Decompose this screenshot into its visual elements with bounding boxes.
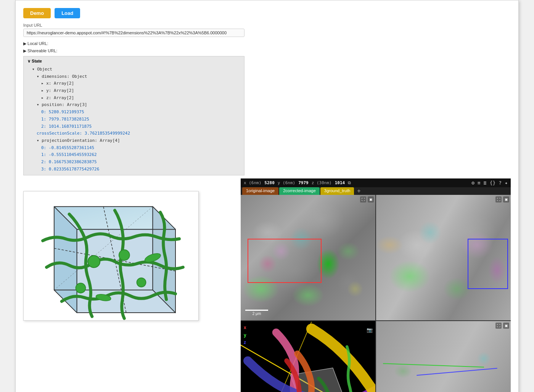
tree-y: ▸ y: Array[2]: [37, 87, 240, 95]
viewer-header: x (6nm) 5280 y (6nm) 7979 z (30nm) 1014 …: [241, 178, 511, 187]
x-label: x (6nm): [244, 180, 261, 185]
axis-y-label: y: [244, 332, 246, 339]
view-top-right[interactable]: ⛶ ▣: [376, 195, 511, 320]
axis-z-label: z: [244, 339, 246, 346]
3d-visualization: 📷: [241, 321, 375, 392]
fullscreen-btn-br[interactable]: ⛶: [495, 323, 502, 329]
tree-object: ▾ Object ▾ dimensions: Object ▸ x: Array…: [27, 66, 240, 173]
viewer-panel[interactable]: x (6nm) 5280 y (6nm) 7979 z (30nm) 1014 …: [241, 178, 511, 392]
local-url-label: ▶ Local URL:: [23, 41, 48, 46]
state-section: ∨ State ▾ Object ▾ dimensions: Object ▸ …: [23, 56, 244, 175]
shareable-url-row[interactable]: ▶ Shareable URL:: [23, 47, 511, 55]
seg-overlay-br: [376, 321, 511, 392]
viewer-tabs: 1original-image 2corrected-image 3ground…: [241, 187, 511, 195]
z-value: 1014: [335, 180, 345, 185]
x-value: 5280: [264, 180, 275, 185]
coords-bar: x (6nm) 5280 y (6nm) 7979 z (30nm) 1014 …: [244, 180, 351, 185]
top-bar: Demo Load: [23, 8, 511, 18]
svg-point-18: [76, 283, 86, 293]
view-top-left[interactable]: ⛶ ▣ 2 μm: [241, 195, 375, 320]
tree-dimensions: ▾ dimensions: Object ▸ x: Array[2] ▸ y: …: [32, 73, 240, 102]
tree-x: ▸ x: Array[2]: [37, 80, 240, 87]
svg-point-16: [119, 250, 130, 260]
axis-x-label: x: [244, 324, 246, 331]
list-icon[interactable]: ≣: [484, 180, 487, 186]
object-label: ▾ Object: [32, 67, 52, 72]
gear-icon[interactable]: ✦: [505, 180, 508, 186]
layout-btn-tl[interactable]: ▣: [368, 196, 374, 202]
code-icon[interactable]: {}: [490, 180, 496, 186]
z-label: z (30nm): [312, 180, 332, 185]
seg-overlay-top-left: [241, 195, 375, 320]
main-container: Demo Load Input URL ▶ Local URL: ▶ Share…: [15, 0, 519, 392]
illustration-box: [23, 191, 199, 321]
top-left-icons: ⛶ ▣: [360, 196, 374, 202]
layout-btn-br[interactable]: ▣: [503, 323, 509, 329]
scale-bar-label: 2 μm: [253, 312, 261, 316]
fullscreen-btn-tl[interactable]: ⛶: [360, 196, 366, 202]
layers-icon[interactable]: ⚙: [471, 180, 474, 186]
layout-btn-tr[interactable]: ▣: [503, 196, 509, 202]
header-icons: ⚙ ≡ ≣ {} ? ✦: [471, 180, 508, 186]
illustration-svg: [24, 191, 198, 320]
url-input[interactable]: [23, 29, 244, 37]
tree-cross-section: crossSectionScale: 3.7621853549999242: [32, 130, 240, 137]
scale-bar-line: [245, 310, 268, 311]
axis-labels: x y z: [244, 324, 246, 346]
view-bottom-left[interactable]: x y z: [241, 321, 375, 392]
add-tab-button[interactable]: +: [355, 188, 363, 194]
tab-corrected-image[interactable]: 2corrected-image: [279, 187, 320, 195]
y-label: y (6nm): [278, 180, 295, 185]
help-icon[interactable]: ?: [499, 180, 502, 186]
seg-overlay-top-right: [376, 195, 511, 320]
load-button[interactable]: Load: [55, 8, 80, 18]
state-title[interactable]: ∨ State: [27, 59, 240, 64]
tab-ground-truth[interactable]: 3ground_truth: [320, 187, 354, 195]
shareable-url-label: ▶ Shareable URL:: [23, 48, 57, 53]
bottom-right-icons: ⛶ ▣: [495, 323, 509, 329]
fullscreen-btn-tr[interactable]: ⛶: [495, 196, 502, 202]
tree-projection: ▾ projectionOrientation: Array[4] 0: -0.…: [32, 137, 240, 173]
view-bottom-right[interactable]: ⛶ ▣: [376, 321, 511, 392]
tab-original-image[interactable]: 1original-image: [242, 187, 278, 195]
top-right-icons: ⛶ ▣: [495, 196, 509, 202]
local-url-row[interactable]: ▶ Local URL:: [23, 40, 511, 47]
y-value: 7979: [298, 180, 309, 185]
svg-point-17: [137, 278, 146, 287]
url-label: Input URL: [23, 23, 511, 27]
menu-icon[interactable]: ≡: [478, 180, 481, 186]
scale-bar: 2 μm: [245, 310, 268, 316]
demo-button[interactable]: Demo: [23, 8, 51, 18]
tree-position: ▾ position: Array[3] 0: 5280.912109375 1…: [32, 101, 240, 130]
url-section: Input URL: [23, 23, 511, 37]
viewer-grid: ⛶ ▣ 2 μm ⛶ ▣: [241, 195, 511, 392]
copy-icon[interactable]: ⧉: [348, 180, 351, 185]
tree-z: ▸ z: Array[2]: [37, 95, 240, 102]
camera-label: 📷: [367, 327, 373, 333]
